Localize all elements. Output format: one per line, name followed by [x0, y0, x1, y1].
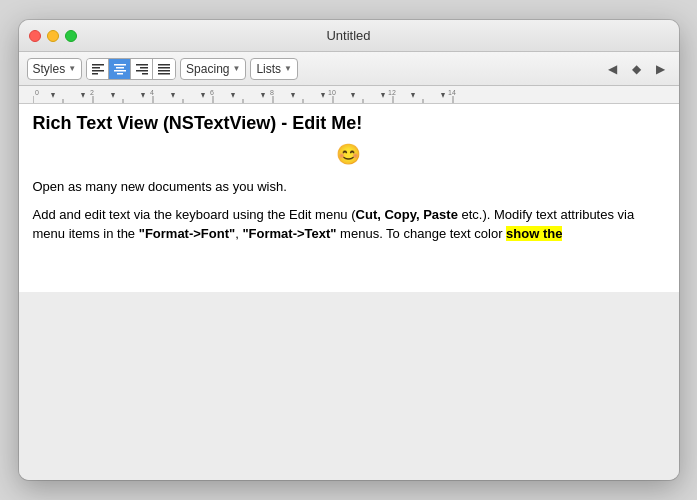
svg-rect-14: [158, 70, 170, 72]
align-justify-button[interactable]: [153, 58, 175, 80]
styles-label: Styles: [33, 62, 66, 76]
spacing-dropdown[interactable]: Spacing ▼: [180, 58, 246, 80]
maximize-button[interactable]: [65, 30, 77, 42]
editor-para1: Open as many new documents as you wish.: [33, 177, 665, 197]
svg-marker-44: [201, 93, 205, 98]
svg-marker-49: [351, 93, 355, 98]
svg-rect-2: [92, 70, 104, 72]
spacing-label: Spacing: [186, 62, 229, 76]
editor-content: Rich Text View (NSTextView) - Edit Me! 😊…: [19, 104, 679, 260]
svg-rect-8: [136, 64, 148, 66]
ruler-inner: 0 2 4 6 8 10 12: [33, 86, 665, 103]
svg-rect-0: [92, 64, 104, 66]
close-button[interactable]: [29, 30, 41, 42]
para2-bold1: Cut, Copy, Paste: [356, 207, 458, 222]
main-window: Untitled Styles ▼: [19, 20, 679, 480]
svg-text:4: 4: [150, 89, 154, 96]
align-center-button[interactable]: [109, 58, 131, 80]
para2-highlight: show the: [506, 226, 562, 241]
para2-after: menus. To change text color: [337, 226, 507, 241]
svg-rect-3: [92, 73, 98, 75]
marker-nav-button[interactable]: ◆: [627, 59, 647, 79]
svg-rect-15: [158, 73, 170, 75]
lists-dropdown[interactable]: Lists ▼: [250, 58, 298, 80]
svg-marker-48: [321, 93, 325, 98]
svg-marker-40: [81, 93, 85, 98]
lists-label: Lists: [256, 62, 281, 76]
svg-rect-11: [142, 73, 148, 75]
svg-rect-7: [117, 73, 123, 75]
svg-marker-42: [141, 93, 145, 98]
svg-marker-41: [111, 93, 115, 98]
editor-emoji: 😊: [33, 139, 665, 169]
svg-marker-45: [231, 93, 235, 98]
lists-arrow-icon: ▼: [284, 64, 292, 73]
svg-marker-39: [51, 93, 55, 98]
next-nav-button[interactable]: ▶: [651, 59, 671, 79]
align-left-button[interactable]: [87, 58, 109, 80]
svg-rect-4: [114, 64, 126, 66]
svg-rect-9: [140, 67, 148, 69]
align-button-group: [86, 58, 176, 80]
editor-area[interactable]: Rich Text View (NSTextView) - Edit Me! 😊…: [19, 104, 679, 292]
svg-marker-47: [291, 93, 295, 98]
editor-para2: Add and edit text via the keyboard using…: [33, 205, 665, 244]
svg-rect-5: [116, 67, 124, 69]
svg-rect-10: [136, 70, 148, 72]
svg-rect-6: [114, 70, 126, 72]
title-bar: Untitled: [19, 20, 679, 52]
prev-nav-button[interactable]: ◀: [603, 59, 623, 79]
para2-before: Add and edit text via the keyboard using…: [33, 207, 356, 222]
svg-text:0: 0: [35, 89, 39, 96]
svg-text:6: 6: [210, 89, 214, 96]
toolbar: Styles ▼: [19, 52, 679, 86]
window-title: Untitled: [326, 28, 370, 43]
svg-text:10: 10: [328, 89, 336, 96]
svg-marker-51: [411, 93, 415, 98]
para2-bold3: "Format->Text": [242, 226, 336, 241]
minimize-button[interactable]: [47, 30, 59, 42]
svg-marker-52: [441, 93, 445, 98]
svg-rect-1: [92, 67, 100, 69]
editor-title: Rich Text View (NSTextView) - Edit Me!: [33, 112, 665, 135]
bottom-area: [19, 292, 679, 480]
para1-text: Open as many new documents as you wish.: [33, 179, 287, 194]
svg-text:2: 2: [90, 89, 94, 96]
svg-text:12: 12: [388, 89, 396, 96]
svg-rect-12: [158, 64, 170, 66]
svg-marker-50: [381, 93, 385, 98]
svg-text:8: 8: [270, 89, 274, 96]
svg-rect-13: [158, 67, 170, 69]
svg-marker-46: [261, 93, 265, 98]
traffic-lights: [29, 30, 77, 42]
styles-arrow-icon: ▼: [68, 64, 76, 73]
spacing-arrow-icon: ▼: [232, 64, 240, 73]
svg-text:14: 14: [448, 89, 456, 96]
align-right-button[interactable]: [131, 58, 153, 80]
styles-dropdown[interactable]: Styles ▼: [27, 58, 83, 80]
svg-marker-43: [171, 93, 175, 98]
para2-bold2: "Format->Font": [139, 226, 235, 241]
ruler: 0 2 4 6 8 10 12: [19, 86, 679, 104]
